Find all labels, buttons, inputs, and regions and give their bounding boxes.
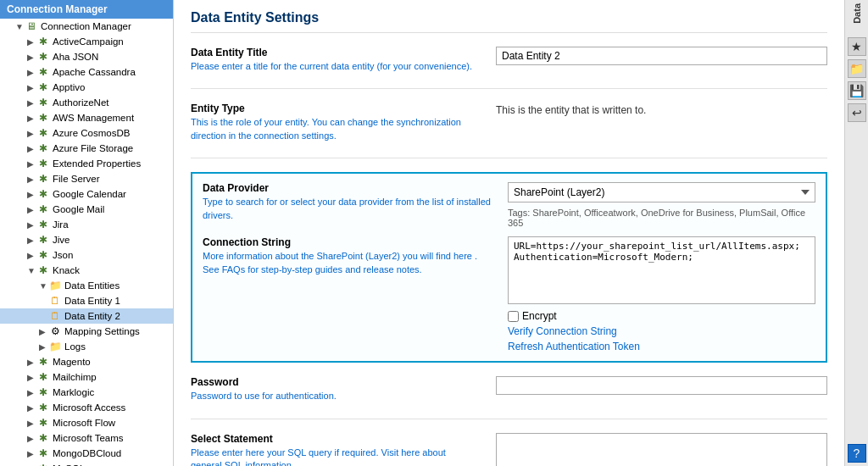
sidebar-item-connection-manager[interactable]: ▼ 🖥 Connection Manager	[0, 19, 173, 34]
star-button[interactable]: ★	[848, 37, 866, 56]
help-button[interactable]: ?	[848, 444, 866, 463]
sidebar-label: Aha JSON	[53, 52, 98, 62]
gear-icon: ✱	[37, 371, 49, 383]
field-label-entity-title: Data Entity Title	[191, 47, 479, 58]
sidebar-item-data-entity-2[interactable]: 🗒 Data Entity 2	[0, 308, 173, 324]
sidebar-item-magento[interactable]: ▶ ✱ Magento	[0, 354, 173, 369]
expand-arrow: ▶	[27, 53, 37, 62]
sidebar-label: Microsoft Access	[53, 402, 125, 413]
here-link[interactable]: here	[453, 251, 472, 261]
sidebar-item-mysql[interactable]: ▶ ✱ MySQL	[0, 461, 173, 466]
field-desc-select-statement: Please enter here your SQL query if requ…	[191, 447, 479, 466]
sidebar-item-data-entity-1[interactable]: 🗒 Data Entity 1	[0, 293, 173, 308]
sidebar-item-jira[interactable]: ▶ ✱ Jira	[0, 217, 173, 232]
folder-button[interactable]: 📁	[848, 59, 866, 78]
sidebar-item-marklogic[interactable]: ▶ ✱ Marklogic	[0, 385, 173, 400]
field-desc-data-provider: Type to search for or select your data p…	[203, 196, 491, 222]
sidebar-label: Jira	[53, 219, 69, 230]
provider-select[interactable]: SharePoint (Layer2) SQL Server Oracle My…	[508, 182, 815, 202]
sidebar-label: Magento	[53, 357, 91, 367]
entity-type-section: Entity Type This is the role of your ent…	[191, 103, 827, 158]
undo-button[interactable]: ↩	[848, 103, 866, 122]
sidebar-item-json[interactable]: ▶ ✱ Json	[0, 247, 173, 263]
gear-icon: ✱	[37, 386, 49, 398]
expand-arrow: ▶	[27, 68, 37, 77]
sidebar-item-logs[interactable]: ▶ 📁 Logs	[0, 339, 173, 354]
sidebar-label: AuthorizeNet	[53, 97, 108, 108]
sidebar-label: Mailchimp	[53, 372, 97, 382]
encrypt-checkbox[interactable]	[508, 311, 519, 322]
here-link-sql[interactable]: here	[401, 447, 420, 458]
gear-icon: ✱	[37, 234, 49, 246]
password-input[interactable]	[496, 376, 827, 395]
gear-icon: ✱	[37, 463, 49, 466]
gear-icon: ✱	[37, 36, 49, 47]
sidebar-item-jive[interactable]: ▶ ✱ Jive	[0, 232, 173, 247]
connection-string-section: Connection String More information about…	[203, 236, 815, 352]
field-desc-entity-title: Please enter a title for the current dat…	[191, 60, 479, 73]
field-desc-entity-type: This is the role of your entity. You can…	[191, 116, 479, 142]
sidebar-item-azure-cosmosdb[interactable]: ▶ ✱ Azure CosmosDB	[0, 125, 173, 141]
sidebar-label: Apache Cassandra	[53, 67, 136, 77]
sidebar-item-google-mail[interactable]: ▶ ✱ Google Mail	[0, 202, 173, 217]
select-statement-textarea[interactable]	[496, 433, 827, 466]
gear-icon: ✱	[37, 81, 49, 93]
gear-icon: ✱	[37, 188, 49, 200]
field-label-connection-string: Connection String	[203, 236, 491, 248]
sidebar: Connection Manager ▼ 🖥 Connection Manage…	[0, 0, 174, 466]
sidebar-item-microsoft-access[interactable]: ▶ ✱ Microsoft Access	[0, 400, 173, 415]
gear-icon: ✱	[37, 51, 49, 63]
sidebar-header: Connection Manager	[0, 0, 173, 19]
field-desc-connection-string: More information about the SharePoint (L…	[203, 250, 491, 276]
gear-icon: ✱	[37, 203, 49, 215]
gear-icon: ✱	[37, 447, 49, 459]
field-label-data-provider: Data Provider	[203, 182, 491, 194]
expand-arrow: ▶	[27, 37, 37, 47]
encrypt-row: Encrypt	[508, 310, 815, 322]
sidebar-item-azure-file-storage[interactable]: ▶ ✱ Azure File Storage	[0, 141, 173, 156]
sidebar-item-microsoft-flow[interactable]: ▶ ✱ Microsoft Flow	[0, 415, 173, 430]
faqs-link[interactable]: FAQs	[222, 264, 246, 275]
data-provider-section: Data Provider Type to search for or sele…	[191, 172, 827, 363]
entity-title-input[interactable]	[496, 47, 827, 65]
computer-icon: 🖥	[25, 20, 37, 32]
save-button[interactable]: 💾	[848, 81, 866, 100]
sidebar-item-activecampaign[interactable]: ▶ ✱ ActiveCampaign	[0, 34, 173, 49]
gear-icon: ✱	[37, 127, 49, 139]
sidebar-item-mongodbcloud[interactable]: ▶ ✱ MongoDBCloud	[0, 446, 173, 461]
expand-arrow: ▶	[27, 144, 37, 153]
sidebar-item-google-calendar[interactable]: ▶ ✱ Google Calendar	[0, 186, 173, 202]
gear-icon: ✱	[37, 356, 49, 368]
sidebar-item-apache-cassandra[interactable]: ▶ ✱ Apache Cassandra	[0, 64, 173, 80]
refresh-authentication-link[interactable]: Refresh Authentication Token	[508, 341, 815, 352]
gear-icon: ✱	[37, 402, 49, 413]
connection-string-textarea[interactable]: URL=https://your_sharepoint_list_url/All…	[508, 236, 815, 304]
sidebar-item-extended-properties[interactable]: ▶ ✱ Extended Properties	[0, 156, 173, 171]
sidebar-label: Marklogic	[53, 387, 94, 397]
sidebar-item-mailchimp[interactable]: ▶ ✱ Mailchimp	[0, 369, 173, 385]
sidebar-item-data-entities[interactable]: ▼ 📁 Data Entities	[0, 278, 173, 293]
gear-icon: ✱	[37, 112, 49, 124]
expand-arrow: ▶	[27, 358, 37, 367]
field-label-select-statement: Select Statement	[191, 433, 479, 445]
sidebar-item-authorizenet[interactable]: ▶ ✱ AuthorizeNet	[0, 95, 173, 110]
sidebar-item-file-server[interactable]: ▶ ✱ File Server	[0, 171, 173, 186]
sidebar-label: Apptivo	[53, 82, 85, 92]
sidebar-label: AWS Management	[53, 113, 134, 123]
sidebar-item-mapping-settings[interactable]: ▶ ⚙ Mapping Settings	[0, 324, 173, 339]
logs-icon: 📁	[49, 341, 61, 352]
sidebar-item-aws[interactable]: ▶ ✱ AWS Management	[0, 110, 173, 125]
sidebar-item-microsoft-teams[interactable]: ▶ ✱ Microsoft Teams	[0, 430, 173, 446]
expand-arrow: ▶	[27, 449, 37, 458]
expand-arrow: ▼	[39, 281, 49, 291]
verify-connection-link[interactable]: Verify Connection String	[508, 325, 815, 337]
gear-icon: ✱	[37, 142, 49, 154]
gear-icon: ✱	[37, 264, 49, 276]
entity-icon: 🗒	[49, 310, 61, 322]
sidebar-item-apptivo[interactable]: ▶ ✱ Apptivo	[0, 80, 173, 95]
sidebar-item-aha-json[interactable]: ▶ ✱ Aha JSON	[0, 49, 173, 64]
sidebar-item-knack[interactable]: ▼ ✱ Knack	[0, 263, 173, 278]
gear-icon: ✱	[37, 417, 49, 429]
expand-arrow: ▶	[27, 205, 37, 214]
expand-arrow: ▶	[27, 434, 37, 443]
